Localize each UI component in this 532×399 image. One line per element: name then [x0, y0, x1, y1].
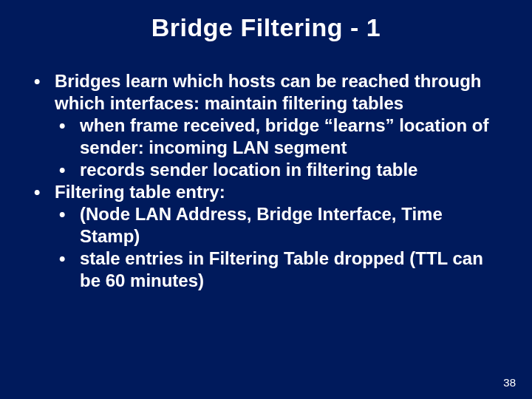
- bullet-list-level1: Bridges learn which hosts can be reached…: [30, 70, 502, 292]
- bullet-subitem: records sender location in filtering tab…: [55, 159, 502, 181]
- bullet-list-level2: (Node LAN Address, Bridge Interface, Tim…: [55, 203, 502, 292]
- bullet-subitem: when frame received, bridge “learns” loc…: [55, 115, 502, 159]
- bullet-subtext: when frame received, bridge “learns” loc…: [80, 115, 489, 157]
- bullet-item: Filtering table entry: (Node LAN Address…: [30, 181, 502, 292]
- bullet-text: Bridges learn which hosts can be reached…: [55, 71, 481, 113]
- page-number: 38: [503, 376, 516, 389]
- slide: Bridge Filtering - 1 Bridges learn which…: [0, 0, 532, 399]
- bullet-text: Filtering table entry:: [55, 182, 225, 202]
- slide-title: Bridge Filtering - 1: [30, 13, 502, 42]
- bullet-subtext: (Node LAN Address, Bridge Interface, Tim…: [80, 204, 443, 246]
- bullet-subtext: stale entries in Filtering Table dropped…: [80, 248, 483, 290]
- bullet-list-level2: when frame received, bridge “learns” loc…: [55, 115, 502, 181]
- bullet-subitem: (Node LAN Address, Bridge Interface, Tim…: [55, 203, 502, 248]
- bullet-item: Bridges learn which hosts can be reached…: [30, 70, 502, 181]
- bullet-subtext: records sender location in filtering tab…: [80, 160, 417, 180]
- bullet-subitem: stale entries in Filtering Table dropped…: [55, 248, 502, 292]
- slide-body: Bridges learn which hosts can be reached…: [30, 70, 502, 292]
